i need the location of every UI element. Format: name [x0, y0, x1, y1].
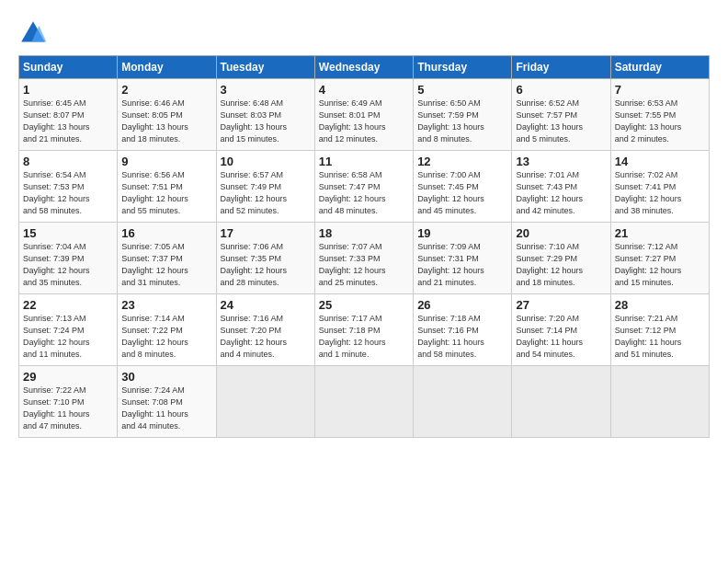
day-cell: 1Sunrise: 6:45 AMSunset: 8:07 PMDaylight…	[19, 79, 118, 151]
day-number: 22	[23, 298, 113, 312]
day-cell: 8Sunrise: 6:54 AMSunset: 7:53 PMDaylight…	[19, 151, 118, 223]
day-cell: 24Sunrise: 7:16 AMSunset: 7:20 PMDayligh…	[216, 294, 314, 366]
day-number: 9	[121, 155, 211, 168]
day-details: Sunrise: 7:10 AMSunset: 7:29 PMDaylight:…	[516, 241, 606, 289]
day-details: Sunrise: 6:49 AMSunset: 8:01 PMDaylight:…	[319, 98, 409, 145]
day-details: Sunrise: 7:20 AMSunset: 7:14 PMDaylight:…	[516, 313, 606, 361]
day-details: Sunrise: 7:02 AMSunset: 7:41 PMDaylight:…	[615, 169, 705, 217]
col-header-tuesday: Tuesday	[216, 56, 314, 79]
day-details: Sunrise: 7:07 AMSunset: 7:33 PMDaylight:…	[319, 241, 409, 289]
col-header-friday: Friday	[512, 56, 610, 79]
week-row-4: 22Sunrise: 7:13 AMSunset: 7:24 PMDayligh…	[19, 294, 710, 366]
day-details: Sunrise: 7:18 AMSunset: 7:16 PMDaylight:…	[417, 313, 507, 361]
day-details: Sunrise: 7:14 AMSunset: 7:22 PMDaylight:…	[121, 313, 211, 361]
day-cell: 16Sunrise: 7:05 AMSunset: 7:37 PMDayligh…	[118, 223, 216, 294]
day-cell: 9Sunrise: 6:56 AMSunset: 7:51 PMDaylight…	[118, 151, 216, 223]
col-header-thursday: Thursday	[414, 56, 512, 79]
day-number: 14	[615, 155, 705, 168]
calendar-table: SundayMondayTuesdayWednesdayThursdayFrid…	[18, 55, 710, 438]
day-number: 25	[319, 298, 409, 312]
header-row	[18, 15, 710, 48]
day-cell: 5Sunrise: 6:50 AMSunset: 7:59 PMDaylight…	[414, 79, 512, 151]
day-details: Sunrise: 7:06 AMSunset: 7:35 PMDaylight:…	[221, 241, 311, 289]
day-cell: 20Sunrise: 7:10 AMSunset: 7:29 PMDayligh…	[512, 223, 610, 294]
day-details: Sunrise: 7:05 AMSunset: 7:37 PMDaylight:…	[121, 241, 211, 289]
day-details: Sunrise: 7:24 AMSunset: 7:08 PMDaylight:…	[121, 385, 211, 432]
day-cell: 7Sunrise: 6:53 AMSunset: 7:55 PMDaylight…	[610, 79, 709, 151]
day-details: Sunrise: 7:12 AMSunset: 7:27 PMDaylight:…	[615, 241, 705, 289]
day-number: 13	[516, 155, 606, 168]
day-cell: 14Sunrise: 7:02 AMSunset: 7:41 PMDayligh…	[610, 151, 709, 223]
week-row-5: 29Sunrise: 7:22 AMSunset: 7:10 PMDayligh…	[19, 366, 710, 438]
col-header-wednesday: Wednesday	[314, 56, 413, 79]
calendar-body: 1Sunrise: 6:45 AMSunset: 8:07 PMDaylight…	[19, 79, 710, 438]
logo-icon	[18, 18, 48, 48]
day-cell: 23Sunrise: 7:14 AMSunset: 7:22 PMDayligh…	[118, 294, 216, 366]
day-number: 12	[417, 155, 507, 168]
day-number: 20	[516, 226, 606, 240]
day-cell	[216, 366, 314, 438]
day-number: 29	[23, 370, 113, 384]
day-cell: 28Sunrise: 7:21 AMSunset: 7:12 PMDayligh…	[610, 294, 709, 366]
day-number: 8	[23, 155, 113, 168]
week-row-3: 15Sunrise: 7:04 AMSunset: 7:39 PMDayligh…	[19, 223, 710, 294]
day-number: 4	[319, 83, 409, 97]
day-number: 26	[417, 298, 507, 312]
day-cell: 6Sunrise: 6:52 AMSunset: 7:57 PMDaylight…	[512, 79, 610, 151]
day-details: Sunrise: 7:22 AMSunset: 7:10 PMDaylight:…	[23, 385, 113, 432]
day-cell	[610, 366, 709, 438]
day-number: 28	[615, 298, 705, 312]
calendar-header: SundayMondayTuesdayWednesdayThursdayFrid…	[19, 56, 710, 79]
day-cell: 19Sunrise: 7:09 AMSunset: 7:31 PMDayligh…	[414, 223, 512, 294]
day-details: Sunrise: 6:56 AMSunset: 7:51 PMDaylight:…	[121, 169, 211, 217]
col-header-sunday: Sunday	[19, 56, 118, 79]
day-cell: 12Sunrise: 7:00 AMSunset: 7:45 PMDayligh…	[414, 151, 512, 223]
calendar-container: SundayMondayTuesdayWednesdayThursdayFrid…	[0, 0, 728, 447]
day-number: 19	[417, 226, 507, 240]
day-cell	[512, 366, 610, 438]
day-details: Sunrise: 6:48 AMSunset: 8:03 PMDaylight:…	[221, 98, 311, 145]
day-number: 5	[417, 83, 507, 97]
day-cell: 10Sunrise: 6:57 AMSunset: 7:49 PMDayligh…	[216, 151, 314, 223]
day-details: Sunrise: 6:50 AMSunset: 7:59 PMDaylight:…	[417, 98, 507, 145]
day-number: 15	[23, 226, 113, 240]
day-details: Sunrise: 7:04 AMSunset: 7:39 PMDaylight:…	[23, 241, 113, 289]
day-cell	[314, 366, 413, 438]
day-number: 3	[221, 83, 311, 97]
day-cell	[414, 366, 512, 438]
day-cell: 21Sunrise: 7:12 AMSunset: 7:27 PMDayligh…	[610, 223, 709, 294]
day-number: 24	[221, 298, 311, 312]
day-number: 6	[516, 83, 606, 97]
day-number: 1	[23, 83, 113, 97]
day-details: Sunrise: 6:57 AMSunset: 7:49 PMDaylight:…	[221, 169, 311, 217]
day-details: Sunrise: 7:16 AMSunset: 7:20 PMDaylight:…	[221, 313, 311, 361]
day-number: 27	[516, 298, 606, 312]
day-details: Sunrise: 6:45 AMSunset: 8:07 PMDaylight:…	[23, 98, 113, 145]
day-cell: 2Sunrise: 6:46 AMSunset: 8:05 PMDaylight…	[118, 79, 216, 151]
day-cell: 13Sunrise: 7:01 AMSunset: 7:43 PMDayligh…	[512, 151, 610, 223]
day-details: Sunrise: 7:13 AMSunset: 7:24 PMDaylight:…	[23, 313, 113, 361]
day-number: 21	[615, 226, 705, 240]
logo	[18, 18, 51, 48]
day-cell: 3Sunrise: 6:48 AMSunset: 8:03 PMDaylight…	[216, 79, 314, 151]
day-cell: 29Sunrise: 7:22 AMSunset: 7:10 PMDayligh…	[19, 366, 118, 438]
day-cell: 18Sunrise: 7:07 AMSunset: 7:33 PMDayligh…	[314, 223, 413, 294]
day-number: 2	[121, 83, 211, 97]
day-cell: 30Sunrise: 7:24 AMSunset: 7:08 PMDayligh…	[118, 366, 216, 438]
day-details: Sunrise: 7:00 AMSunset: 7:45 PMDaylight:…	[417, 169, 507, 217]
day-details: Sunrise: 6:46 AMSunset: 8:05 PMDaylight:…	[121, 98, 211, 145]
day-cell: 15Sunrise: 7:04 AMSunset: 7:39 PMDayligh…	[19, 223, 118, 294]
col-header-monday: Monday	[118, 56, 216, 79]
col-header-saturday: Saturday	[610, 56, 709, 79]
week-row-2: 8Sunrise: 6:54 AMSunset: 7:53 PMDaylight…	[19, 151, 710, 223]
week-row-1: 1Sunrise: 6:45 AMSunset: 8:07 PMDaylight…	[19, 79, 710, 151]
day-details: Sunrise: 7:21 AMSunset: 7:12 PMDaylight:…	[615, 313, 705, 361]
day-details: Sunrise: 6:53 AMSunset: 7:55 PMDaylight:…	[615, 98, 705, 145]
day-cell: 22Sunrise: 7:13 AMSunset: 7:24 PMDayligh…	[19, 294, 118, 366]
day-number: 23	[121, 298, 211, 312]
day-details: Sunrise: 7:01 AMSunset: 7:43 PMDaylight:…	[516, 169, 606, 217]
day-cell: 27Sunrise: 7:20 AMSunset: 7:14 PMDayligh…	[512, 294, 610, 366]
day-number: 16	[121, 226, 211, 240]
day-cell: 11Sunrise: 6:58 AMSunset: 7:47 PMDayligh…	[314, 151, 413, 223]
day-number: 10	[221, 155, 311, 168]
